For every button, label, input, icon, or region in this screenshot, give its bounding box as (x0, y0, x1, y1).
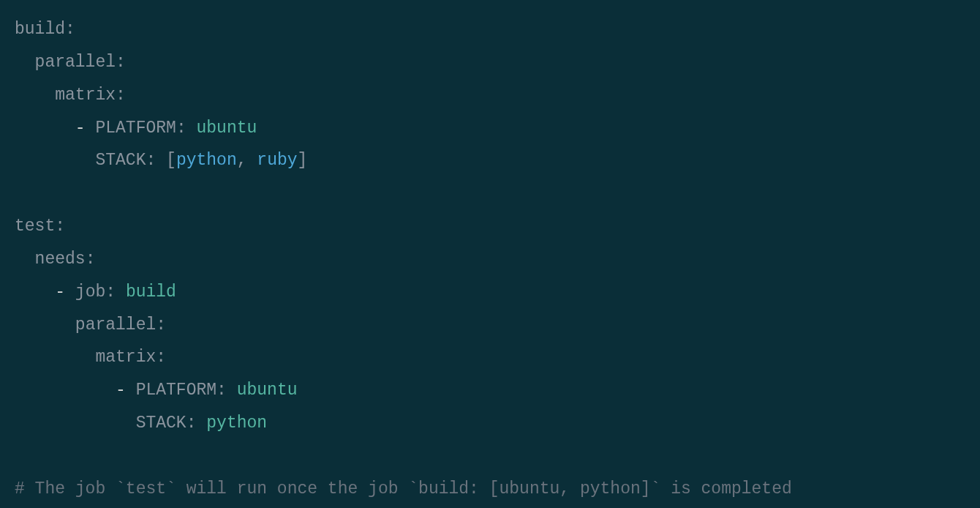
code-line: parallel: (15, 46, 965, 79)
yaml-key: PLATFORM (95, 119, 176, 138)
colon: : (146, 151, 156, 170)
yaml-key: build (15, 20, 65, 39)
code-line: - PLATFORM: ubuntu (15, 112, 965, 145)
yaml-key: parallel (35, 53, 116, 72)
code-line: matrix: (15, 79, 965, 112)
code-line: - PLATFORM: ubuntu (15, 374, 965, 407)
blank-line (15, 177, 965, 210)
colon: : (116, 86, 126, 105)
colon: : (156, 315, 166, 335)
yaml-key: PLATFORM (136, 381, 216, 400)
colon: : (65, 20, 75, 39)
blank-line (15, 440, 965, 473)
code-line: matrix: (15, 341, 965, 374)
code-line: STACK: [python, ruby] (15, 144, 965, 177)
colon: : (156, 348, 166, 367)
bracket-open: [ (166, 151, 176, 170)
colon: : (176, 119, 186, 138)
colon: : (86, 250, 96, 269)
bracket-close: ] (298, 151, 308, 170)
colon: : (55, 217, 65, 236)
yaml-dash: - (55, 283, 65, 302)
code-line: parallel: (15, 309, 965, 342)
yaml-comment: # The job `test` will run once the job `… (15, 479, 792, 498)
yaml-key: job (75, 283, 105, 302)
yaml-dash: - (116, 381, 126, 400)
yaml-key: STACK (136, 414, 186, 433)
yaml-key: STACK (95, 151, 146, 170)
code-line: build: (15, 13, 965, 46)
colon: : (116, 53, 126, 72)
yaml-key: matrix (95, 348, 156, 367)
yaml-dash: - (75, 119, 86, 138)
yaml-value: python (206, 414, 267, 433)
code-line: needs: (15, 243, 965, 276)
yaml-key: needs (35, 250, 86, 269)
yaml-value: ubuntu (197, 119, 257, 138)
yaml-key: parallel (75, 315, 156, 335)
comma: , (237, 151, 247, 170)
code-line: # The job `test` will run once the job `… (15, 473, 965, 506)
yaml-value: ubuntu (237, 381, 298, 400)
yaml-key: test (15, 217, 55, 236)
yaml-array-item: ruby (257, 151, 297, 170)
colon: : (105, 283, 116, 302)
yaml-array-item: python (176, 151, 237, 170)
code-line: - job: build (15, 276, 965, 309)
yaml-key: matrix (55, 86, 116, 105)
code-line: STACK: python (15, 407, 965, 440)
colon: : (186, 414, 197, 433)
code-line: test: (15, 210, 965, 243)
colon: : (216, 381, 227, 400)
yaml-value: build (126, 283, 176, 302)
